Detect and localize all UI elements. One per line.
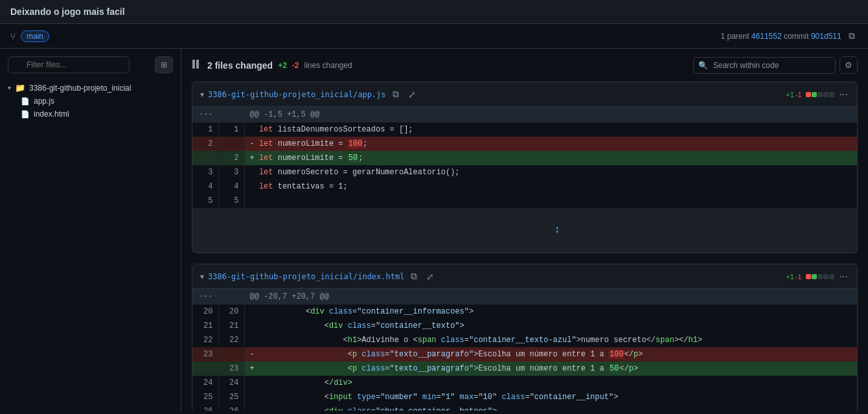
line-num-new: 3	[218, 165, 244, 179]
sidebar: 🔍 ⊞ ▾ 📁 3386-git-github-projeto_inicial …	[0, 49, 181, 411]
sidebar-file-indexhtml[interactable]: 📄 index.html	[0, 108, 181, 121]
copy-path-button-appjs[interactable]: ⧉	[390, 87, 402, 101]
line-code	[244, 194, 857, 208]
lines-label: lines changed	[304, 61, 352, 70]
collapse-button-appjs[interactable]: ▾	[200, 90, 204, 99]
line-code: <div class="container__informacoes">	[244, 305, 857, 319]
parent-hash-link[interactable]: 4611552	[751, 32, 782, 41]
line-code: <div class="container__texto">	[244, 319, 857, 333]
line-num-old: 3	[192, 165, 218, 179]
search-input[interactable]	[693, 57, 836, 74]
diff-header-right: +1 -1 ···	[786, 89, 849, 100]
svg-rect-1	[196, 60, 199, 69]
expand-button-indexhtml[interactable]: ⤢	[424, 270, 437, 283]
line-num-new: 25	[218, 390, 244, 404]
sidebar-file-appjs[interactable]: 📄 app.js	[0, 95, 181, 108]
branch-name[interactable]: main	[21, 30, 49, 42]
table-row: 5 5	[192, 194, 857, 208]
sq-neutral	[823, 92, 828, 97]
diff-settings-button[interactable]: ⚙	[839, 56, 858, 74]
diff-block-header-indexhtml: ▾ 3386-git-github-projeto_inicial/index.…	[192, 264, 857, 289]
commit-hash-link[interactable]: 901d511	[811, 32, 841, 41]
branch-bar: ⑂ main 1 parent 4611552 commit 901d511 ⧉	[0, 24, 868, 49]
line-num-old: 24	[192, 376, 218, 390]
expand-button-appjs[interactable]: ⤢	[405, 88, 418, 101]
folder-icon: 📁	[15, 83, 25, 93]
line-num-old: 5	[192, 194, 218, 208]
copy-path-button-indexhtml[interactable]: ⧉	[408, 270, 420, 283]
sq-add	[812, 92, 817, 97]
deletions-count: -2	[292, 61, 299, 70]
diff-header-right-indexhtml: +1 -1 ···	[786, 271, 849, 282]
main-content: 2 files changed +2 -2 lines changed 🔍 ⚙ …	[181, 49, 868, 411]
sq-neutral	[829, 274, 834, 279]
line-num-new: 4	[218, 179, 244, 194]
more-options-button-appjs[interactable]: ···	[838, 89, 849, 100]
hunk-linenum-r	[218, 289, 244, 305]
table-row: 24 24 </div>	[192, 376, 857, 390]
line-num-new: 21	[218, 319, 244, 333]
hunk-header-label: @@ -20,7 +20,7 @@	[244, 289, 857, 305]
line-code: </div>	[244, 376, 857, 390]
diff-block-appjs: ▾ 3386-git-github-projeto_inicial/app.js…	[192, 82, 858, 253]
line-num-old: 20	[192, 305, 218, 319]
top-bar: Deixando o jogo mais facil	[0, 0, 868, 24]
diff-table-appjs: ··· @@ -1,5 +1,5 @@ 1 1 let listaDenumer…	[192, 107, 857, 253]
line-num-old: 23	[192, 347, 218, 362]
hunk-linenum-l: ···	[192, 289, 218, 305]
line-code: <input type="number" min="1" max="10" cl…	[244, 390, 857, 404]
more-options-button-indexhtml[interactable]: ···	[838, 271, 849, 282]
expand-arrow-icon[interactable]: ↕	[554, 224, 561, 236]
line-code-del: - <p class="texto__paragrafo">Escolha um…	[244, 347, 857, 362]
commit-meta: 1 parent 4611552 commit 901d511 ⧉	[720, 29, 858, 43]
diff-block-indexhtml: ▾ 3386-git-github-projeto_inicial/index.…	[192, 264, 858, 411]
line-code-add: + <p class="texto__paragrafo">Escolha um…	[244, 362, 857, 376]
chevron-down-icon: ▾	[8, 84, 11, 91]
copy-commit-button[interactable]: ⧉	[846, 29, 858, 43]
collapse-button-indexhtml[interactable]: ▾	[200, 272, 204, 281]
search-bar: 🔍 ⚙	[693, 56, 858, 74]
sq-add	[812, 274, 817, 279]
line-num-new: 26	[218, 404, 244, 411]
line-num-new	[218, 137, 244, 151]
stat-pill-indexhtml: +1 -1	[786, 273, 834, 281]
line-code-del: - let numeroLimite = 100;	[244, 137, 857, 151]
line-code: <div class="chute container__botoes">	[244, 404, 857, 411]
table-row: 20 20 <div class="container__informacoes…	[192, 305, 857, 319]
filter-settings-button[interactable]: ⊞	[155, 56, 173, 73]
additions-count: +2	[278, 61, 287, 70]
file-icon: 📄	[21, 97, 30, 106]
line-num-new	[218, 347, 244, 362]
sq-del	[806, 92, 811, 97]
expand-row-appjs: ↕	[192, 208, 857, 253]
branch-info: ⑂ main	[10, 30, 49, 42]
line-num-old: 26	[192, 404, 218, 411]
line-num-old	[192, 362, 218, 376]
line-num-new: 2	[218, 151, 244, 165]
line-num-new: 1	[218, 122, 244, 137]
diff-block-header-appjs: ▾ 3386-git-github-projeto_inicial/app.js…	[192, 82, 857, 107]
hunk-header-appjs: ··· @@ -1,5 +1,5 @@	[192, 107, 857, 122]
line-code: let numeroSecreto = gerarNumeroAleatorio…	[244, 165, 857, 179]
stat-add-appjs: +1	[786, 91, 794, 98]
diff-icon	[192, 59, 202, 71]
sq-neutral	[829, 92, 834, 97]
hunk-header-indexhtml: ··· @@ -20,7 +20,7 @@	[192, 289, 857, 305]
diff-table-indexhtml: ··· @@ -20,7 +20,7 @@ 20 20 <div class="…	[192, 289, 857, 411]
table-row-add: 2 + let numeroLimite = 50;	[192, 151, 857, 165]
branch-icon: ⑂	[10, 31, 16, 41]
stat-pill-appjs: +1 -1	[786, 91, 834, 98]
file-path-indexhtml: 3386-git-github-projeto_inicial/index.ht…	[208, 272, 404, 281]
line-num-old	[192, 151, 218, 165]
stat-del-appjs: -1	[795, 91, 802, 98]
filter-input[interactable]	[8, 56, 130, 73]
diff-header-left: ▾ 3386-git-github-projeto_inicial/index.…	[200, 270, 437, 283]
sq-del	[806, 274, 811, 279]
sidebar-tree-folder[interactable]: ▾ 📁 3386-git-github-projeto_inicial	[0, 81, 181, 95]
files-changed-bar: 2 files changed +2 -2 lines changed 🔍 ⚙	[192, 56, 858, 74]
stat-del-indexhtml: -1	[795, 273, 802, 281]
table-row: 21 21 <div class="container__texto">	[192, 319, 857, 333]
table-row-add: 23 + <p class="texto__paragrafo">Escolha…	[192, 362, 857, 376]
line-code: <h1>Adivinhe o <span class="container__t…	[244, 333, 857, 347]
table-row-del: 2 - let numeroLimite = 100;	[192, 137, 857, 151]
